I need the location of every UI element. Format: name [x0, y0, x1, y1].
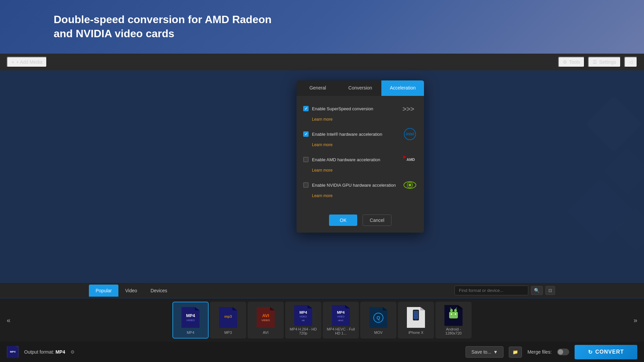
svg-point-43	[450, 309, 453, 312]
option-amd-label: Enable AMD hardware acceleration	[312, 157, 380, 162]
checkbox-superspeed[interactable]	[303, 106, 309, 111]
save-to-button[interactable]: Save to... ▼	[466, 346, 503, 358]
option-nvidia-left: Enable NVIDIA GPU hardware acceleration	[303, 182, 396, 188]
toolbar-right: ⚙ Tools ☰ Settings ◁	[558, 57, 637, 67]
tools-icon: ⚙	[563, 59, 567, 65]
output-format-icon: MP4	[7, 346, 19, 358]
format-tab-popular[interactable]: Popular	[89, 285, 118, 297]
checkbox-intel[interactable]	[303, 131, 309, 137]
dialog-tabs: General Conversion Acceleration	[297, 80, 424, 96]
option-intel: Enable Intel® hardware acceleration inte…	[303, 128, 417, 147]
format-item-mp4[interactable]: MP4 VIDEO MP4	[172, 302, 209, 339]
option-amd: Enable AMD hardware acceleration ▶ AMD L…	[303, 154, 417, 173]
learn-more-amd[interactable]: Learn more	[312, 168, 332, 173]
format-label-mp4: MP4	[187, 330, 195, 335]
format-item-iphone[interactable]: iPhone X	[398, 302, 434, 339]
add-media-button[interactable]: + + Add Media	[7, 57, 47, 67]
svg-rect-2	[567, 178, 634, 244]
content-area: General Conversion Acceleration Enable S…	[0, 70, 644, 362]
option-superspeed: Enable SuperSpeed conversion >>> Learn m…	[303, 103, 417, 122]
svg-text:VIDEO: VIDEO	[186, 319, 195, 322]
settings-button[interactable]: ☰ Settings	[588, 57, 621, 67]
format-items: MP4 VIDEO MP4 mp3	[15, 302, 629, 339]
ok-button[interactable]: OK	[329, 215, 357, 226]
camera-search-button[interactable]: ⊡	[545, 286, 555, 295]
nvidia-icon	[402, 179, 417, 191]
search-button[interactable]: 🔍	[531, 286, 543, 295]
svg-text:Q: Q	[377, 315, 380, 320]
svg-text:>>>: >>>	[402, 105, 414, 113]
format-item-mov[interactable]: Q MOV	[360, 302, 396, 339]
format-tab-devices[interactable]: Devices	[144, 285, 174, 297]
convert-button[interactable]: ↻ CONVERT	[575, 345, 637, 359]
format-carousel: « MP4 VIDEO MP4	[0, 298, 644, 342]
option-superspeed-label: Enable SuperSpeed conversion	[312, 106, 373, 111]
learn-more-superspeed[interactable]: Learn more	[312, 117, 332, 122]
folder-button[interactable]: 📁	[509, 347, 522, 358]
format-search: 🔍 ⊡	[454, 286, 555, 295]
svg-rect-3	[614, 208, 644, 251]
format-item-mp4hevc[interactable]: MP4 VIDEO HEVC MP4 HEVC - Full HD 1...	[323, 302, 359, 339]
format-thumb-mp3: mp3	[218, 306, 238, 329]
format-label-android: Android - 1280x720	[439, 327, 468, 335]
format-thumb-mp4: MP4 VIDEO	[180, 306, 201, 329]
format-label-mp4hevc: MP4 HEVC - Full HD 1...	[326, 327, 356, 335]
page-title: Double-speed conversion for AMD Radeon a…	[54, 13, 288, 41]
prev-button[interactable]: «	[3, 316, 14, 324]
svg-text:MP4: MP4	[337, 310, 345, 314]
search-input[interactable]	[454, 286, 528, 295]
format-label-mov: MOV	[374, 330, 382, 335]
svg-point-9	[409, 184, 411, 186]
settings-icon: ☰	[593, 59, 597, 65]
header-banner: Double-speed conversion for AMD Radeon a…	[0, 0, 644, 54]
svg-rect-38	[414, 311, 418, 319]
svg-marker-36	[420, 307, 425, 310]
svg-text:MP4: MP4	[10, 350, 16, 353]
format-label-mp3: MP3	[224, 330, 232, 335]
format-thumb-iphone	[406, 306, 426, 329]
share-button[interactable]: ◁	[624, 57, 637, 67]
tab-conversion[interactable]: Conversion	[339, 80, 382, 96]
svg-text:HEVC: HEVC	[338, 319, 344, 321]
format-item-android[interactable]: Android - 1280x720	[435, 302, 472, 339]
option-nvidia: Enable NVIDIA GPU hardware acceleration …	[303, 179, 417, 198]
svg-text:▶: ▶	[403, 155, 407, 159]
svg-text:MP4: MP4	[300, 310, 308, 314]
next-button[interactable]: »	[630, 316, 641, 324]
settings-dialog: General Conversion Acceleration Enable S…	[297, 80, 424, 233]
output-settings-button[interactable]: ⚙	[70, 349, 75, 355]
format-item-mp3[interactable]: mp3 MP3	[210, 302, 246, 339]
option-intel-left: Enable Intel® hardware acceleration	[303, 131, 382, 137]
format-item-mp4hd[interactable]: MP4 VIDEO HD MP4 H.264 - HD 720p	[285, 302, 321, 339]
checkbox-amd[interactable]	[303, 157, 309, 162]
format-tab-video[interactable]: Video	[118, 285, 144, 297]
option-nvidia-label: Enable NVIDIA GPU hardware acceleration	[312, 183, 396, 188]
tab-general[interactable]: General	[297, 80, 339, 96]
learn-more-nvidia[interactable]: Learn more	[312, 193, 332, 198]
svg-text:AMD: AMD	[407, 158, 415, 162]
svg-marker-32	[383, 307, 387, 310]
dialog-content: Enable SuperSpeed conversion >>> Learn m…	[297, 96, 424, 211]
dialog-buttons: OK Cancel	[297, 211, 424, 233]
merge-toggle[interactable]	[557, 349, 569, 355]
svg-point-47	[451, 313, 452, 315]
svg-text:VIDEO: VIDEO	[300, 315, 307, 318]
option-superspeed-main: Enable SuperSpeed conversion >>>	[303, 103, 417, 115]
app-toolbar: + + Add Media ⚙ Tools ☰ Settings ◁	[0, 54, 644, 70]
bottom-section: Popular Video Devices 🔍 ⊡ «	[0, 283, 644, 362]
superspeed-icon: >>>	[402, 103, 417, 115]
format-thumb-avi: AVI VIDEO	[256, 306, 276, 329]
share-icon: ◁	[629, 59, 633, 65]
format-thumb-mp4hd: MP4 VIDEO HD	[293, 305, 313, 326]
tools-button[interactable]: ⚙ Tools	[558, 57, 585, 67]
cancel-button[interactable]: Cancel	[363, 215, 391, 226]
option-intel-main: Enable Intel® hardware acceleration inte…	[303, 128, 417, 140]
add-icon: +	[11, 59, 14, 65]
camera-icon: ⊡	[548, 288, 552, 293]
format-item-avi[interactable]: AVI VIDEO AVI	[248, 302, 284, 339]
learn-more-intel[interactable]: Learn more	[312, 142, 332, 147]
checkbox-nvidia[interactable]	[303, 182, 309, 188]
tab-acceleration[interactable]: Acceleration	[381, 80, 424, 96]
amd-icon: ▶ AMD	[402, 154, 417, 166]
svg-marker-18	[270, 307, 275, 310]
